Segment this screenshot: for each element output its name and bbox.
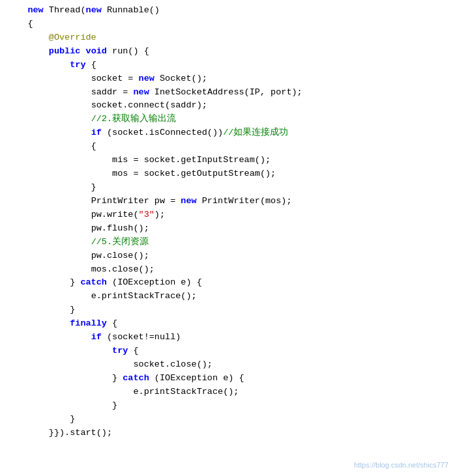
token: { [86, 59, 96, 72]
token: Thread( [44, 4, 86, 18]
line: pw.flush(); [0, 222, 455, 236]
line: saddr = new InetSocketAddress(IP, port); [0, 86, 455, 100]
token [7, 236, 91, 249]
line: mis = socket.getInputStream(); [0, 154, 455, 167]
token [7, 208, 91, 222]
line: pw.close(); [0, 249, 455, 263]
token: @Override [49, 31, 96, 45]
token: Socket(); [154, 72, 207, 86]
token: = [117, 86, 133, 100]
code-block: new Thread(new Runnable() { @Override pu… [0, 0, 455, 476]
token [7, 167, 112, 181]
token: } [7, 372, 123, 385]
token [80, 45, 85, 59]
token: PrintWriter [91, 195, 149, 208]
token [7, 358, 133, 372]
token [7, 154, 112, 167]
line: //2.获取输入输出流 [0, 113, 455, 126]
line: @Override [0, 31, 455, 45]
line: public void run() { [0, 45, 455, 59]
token: finally [70, 317, 107, 331]
token: (IOException e) { [107, 276, 202, 290]
token: e.printStackTrace(); [133, 385, 239, 399]
watermark: https://blog.csdn.net/shics777 [354, 460, 448, 471]
token: new [86, 4, 102, 18]
token: mis [112, 154, 128, 167]
token: } [7, 303, 75, 317]
token: (socket.isConnected()) [102, 126, 223, 140]
token: e.printStackTrace(); [91, 290, 197, 303]
token: } [7, 413, 75, 427]
token [7, 249, 91, 263]
line: } [0, 303, 455, 317]
line: }}).start(); [0, 427, 455, 440]
token: new [27, 4, 43, 18]
line: } [0, 413, 455, 427]
token: pw = [149, 195, 181, 208]
token: //如果连接成功 [223, 126, 288, 140]
token: { [7, 18, 33, 31]
line: { [0, 140, 455, 154]
line: } catch (IOException e) { [0, 276, 455, 290]
line: { [0, 18, 455, 31]
token: //5.关闭资源 [91, 236, 149, 249]
token [7, 290, 91, 303]
line: socket = new Socket(); [0, 72, 455, 86]
token [7, 344, 112, 358]
token: = socket.getOutputStream(); [128, 167, 276, 181]
token: try [70, 59, 85, 72]
token: pw.close(); [91, 249, 149, 263]
token: saddr [91, 86, 118, 100]
line: mos.close(); [0, 263, 455, 277]
token: new [181, 195, 196, 208]
token [7, 126, 91, 140]
token: run() { [107, 45, 149, 59]
line: e.printStackTrace(); [0, 385, 455, 399]
line: socket.connect(saddr); [0, 99, 455, 113]
token: //2.获取输入输出流 [91, 113, 176, 126]
line: new Thread(new Runnable() [0, 4, 455, 18]
line: socket.close(); [0, 358, 455, 372]
token [7, 45, 49, 59]
token: new [139, 72, 154, 86]
token: = socket.getInputStream(); [128, 154, 271, 167]
token [7, 195, 91, 208]
line: try { [0, 59, 455, 72]
token: "3" [139, 208, 154, 222]
token: = [123, 72, 138, 86]
token: ); [154, 208, 165, 222]
token [7, 317, 70, 331]
token: socket [91, 72, 123, 86]
token: mos [112, 167, 128, 181]
token: PrintWriter(mos); [197, 195, 292, 208]
token [7, 86, 91, 100]
line: if (socket!=null) [0, 331, 455, 344]
line: } [0, 399, 455, 413]
token [7, 4, 27, 18]
token [7, 72, 91, 86]
line: mos = socket.getOutputStream(); [0, 167, 455, 181]
line: PrintWriter pw = new PrintWriter(mos); [0, 195, 455, 208]
token: } [7, 276, 80, 290]
token: { [107, 317, 117, 331]
line: //5.关闭资源 [0, 236, 455, 249]
token: void [86, 45, 107, 59]
token: catch [80, 276, 107, 290]
token: catch [123, 372, 149, 385]
token: mos.close(); [91, 263, 154, 277]
code-lines: new Thread(new Runnable() { @Override pu… [0, 4, 455, 440]
line: try { [0, 344, 455, 358]
token: if [91, 331, 102, 344]
token [7, 99, 91, 113]
token: }}).start(); [7, 427, 112, 440]
token: { [128, 344, 138, 358]
token: socket.connect(saddr); [91, 99, 207, 113]
token [7, 59, 70, 72]
token: public [49, 45, 81, 59]
token: try [112, 344, 128, 358]
token: } [7, 399, 117, 413]
token [7, 331, 91, 344]
token: } [7, 181, 96, 195]
token: socket.close(); [133, 358, 213, 372]
token: (IOException e) { [149, 372, 244, 385]
